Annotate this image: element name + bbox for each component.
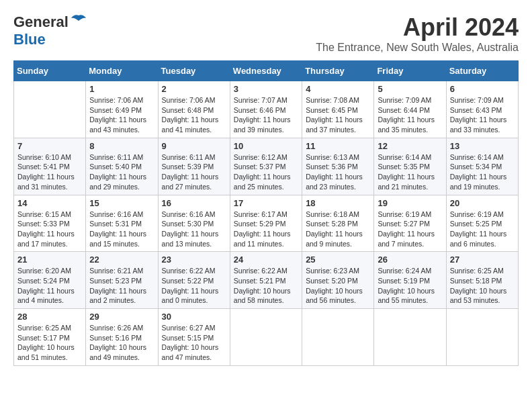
calendar-week-row: 14Sunrise: 6:15 AM Sunset: 5:33 PM Dayli… xyxy=(14,195,519,252)
day-info: Sunrise: 7:07 AM Sunset: 6:46 PM Dayligh… xyxy=(234,95,298,135)
day-number: 4 xyxy=(306,84,370,94)
calendar-week-row: 28Sunrise: 6:25 AM Sunset: 5:17 PM Dayli… xyxy=(14,309,519,366)
calendar-day-cell: 21Sunrise: 6:20 AM Sunset: 5:24 PM Dayli… xyxy=(14,252,86,309)
title-area: April 2024 The Entrance, New South Wales… xyxy=(316,13,519,54)
calendar-week-row: 7Sunrise: 6:10 AM Sunset: 5:41 PM Daylig… xyxy=(14,138,519,195)
day-info: Sunrise: 6:11 AM Sunset: 5:39 PM Dayligh… xyxy=(162,152,226,192)
day-info: Sunrise: 6:13 AM Sunset: 5:36 PM Dayligh… xyxy=(306,152,370,192)
day-number: 1 xyxy=(89,84,154,94)
day-number: 18 xyxy=(306,198,370,208)
day-info: Sunrise: 6:22 AM Sunset: 5:22 PM Dayligh… xyxy=(162,266,226,306)
calendar-day-cell xyxy=(446,309,518,366)
day-number: 21 xyxy=(17,255,82,265)
day-info: Sunrise: 7:09 AM Sunset: 6:44 PM Dayligh… xyxy=(378,95,442,135)
day-number: 9 xyxy=(162,141,226,151)
calendar-day-cell: 25Sunrise: 6:23 AM Sunset: 5:20 PM Dayli… xyxy=(302,252,374,309)
calendar-week-row: 1Sunrise: 7:06 AM Sunset: 6:49 PM Daylig… xyxy=(14,81,519,138)
weekday-header-cell: Tuesday xyxy=(158,61,230,81)
calendar-day-cell: 8Sunrise: 6:11 AM Sunset: 5:40 PM Daylig… xyxy=(86,138,158,195)
calendar-day-cell: 14Sunrise: 6:15 AM Sunset: 5:33 PM Dayli… xyxy=(14,195,86,252)
calendar-day-cell: 10Sunrise: 6:12 AM Sunset: 5:37 PM Dayli… xyxy=(230,138,302,195)
day-info: Sunrise: 6:22 AM Sunset: 5:21 PM Dayligh… xyxy=(234,266,298,306)
calendar-day-cell: 24Sunrise: 6:22 AM Sunset: 5:21 PM Dayli… xyxy=(230,252,302,309)
calendar-day-cell: 1Sunrise: 7:06 AM Sunset: 6:49 PM Daylig… xyxy=(86,81,158,138)
weekday-header-cell: Saturday xyxy=(446,61,518,81)
weekday-header-cell: Wednesday xyxy=(230,61,302,81)
day-number: 7 xyxy=(17,141,82,151)
day-number: 27 xyxy=(450,255,515,265)
calendar-day-cell: 20Sunrise: 6:19 AM Sunset: 5:25 PM Dayli… xyxy=(446,195,518,252)
day-info: Sunrise: 6:10 AM Sunset: 5:41 PM Dayligh… xyxy=(17,152,82,192)
day-info: Sunrise: 6:19 AM Sunset: 5:25 PM Dayligh… xyxy=(450,210,515,249)
calendar-day-cell: 22Sunrise: 6:21 AM Sunset: 5:23 PM Dayli… xyxy=(86,252,158,309)
weekday-header-cell: Thursday xyxy=(302,61,374,81)
calendar-day-cell: 26Sunrise: 6:24 AM Sunset: 5:19 PM Dayli… xyxy=(374,252,446,309)
day-number: 26 xyxy=(378,255,442,265)
page-header: General Blue April 2024 The Entrance, Ne… xyxy=(13,13,519,54)
day-info: Sunrise: 6:17 AM Sunset: 5:29 PM Dayligh… xyxy=(234,210,298,249)
day-info: Sunrise: 6:26 AM Sunset: 5:16 PM Dayligh… xyxy=(89,323,154,363)
day-info: Sunrise: 7:09 AM Sunset: 6:43 PM Dayligh… xyxy=(450,95,515,135)
day-info: Sunrise: 6:18 AM Sunset: 5:28 PM Dayligh… xyxy=(306,210,370,249)
calendar-day-cell: 4Sunrise: 7:08 AM Sunset: 6:45 PM Daylig… xyxy=(302,81,374,138)
logo: General Blue xyxy=(13,13,86,48)
day-number: 24 xyxy=(234,255,298,265)
day-number: 29 xyxy=(89,312,154,322)
calendar-day-cell: 16Sunrise: 6:16 AM Sunset: 5:30 PM Dayli… xyxy=(158,195,230,252)
calendar-day-cell: 19Sunrise: 6:19 AM Sunset: 5:27 PM Dayli… xyxy=(374,195,446,252)
weekday-header-cell: Friday xyxy=(374,61,446,81)
calendar-day-cell: 11Sunrise: 6:13 AM Sunset: 5:36 PM Dayli… xyxy=(302,138,374,195)
day-number: 11 xyxy=(306,141,370,151)
calendar-day-cell: 15Sunrise: 6:16 AM Sunset: 5:31 PM Dayli… xyxy=(86,195,158,252)
logo-general-text: General xyxy=(13,13,69,31)
day-number: 8 xyxy=(89,141,154,151)
day-info: Sunrise: 6:23 AM Sunset: 5:20 PM Dayligh… xyxy=(306,266,370,306)
calendar-body: 1Sunrise: 7:06 AM Sunset: 6:49 PM Daylig… xyxy=(14,81,519,366)
day-number: 3 xyxy=(234,84,298,94)
calendar-day-cell: 28Sunrise: 6:25 AM Sunset: 5:17 PM Dayli… xyxy=(14,309,86,366)
weekday-header-cell: Sunday xyxy=(14,61,86,81)
day-info: Sunrise: 6:20 AM Sunset: 5:24 PM Dayligh… xyxy=(17,266,82,306)
weekday-header-cell: Monday xyxy=(86,61,158,81)
day-number: 15 xyxy=(89,198,154,208)
day-number: 19 xyxy=(378,198,442,208)
day-number: 20 xyxy=(450,198,515,208)
day-number: 12 xyxy=(378,141,442,151)
day-info: Sunrise: 6:16 AM Sunset: 5:30 PM Dayligh… xyxy=(162,210,226,249)
day-info: Sunrise: 6:25 AM Sunset: 5:17 PM Dayligh… xyxy=(17,323,82,363)
calendar-day-cell xyxy=(374,309,446,366)
day-number: 25 xyxy=(306,255,370,265)
day-number: 28 xyxy=(17,312,82,322)
day-number: 10 xyxy=(234,141,298,151)
day-number: 16 xyxy=(162,198,226,208)
day-info: Sunrise: 6:16 AM Sunset: 5:31 PM Dayligh… xyxy=(89,210,154,249)
logo-blue-text: Blue xyxy=(13,31,46,48)
day-number: 2 xyxy=(162,84,226,94)
calendar-day-cell: 17Sunrise: 6:17 AM Sunset: 5:29 PM Dayli… xyxy=(230,195,302,252)
calendar-day-cell: 2Sunrise: 7:06 AM Sunset: 6:48 PM Daylig… xyxy=(158,81,230,138)
day-info: Sunrise: 6:11 AM Sunset: 5:40 PM Dayligh… xyxy=(89,152,154,192)
day-info: Sunrise: 7:06 AM Sunset: 6:49 PM Dayligh… xyxy=(89,95,154,135)
day-info: Sunrise: 6:15 AM Sunset: 5:33 PM Dayligh… xyxy=(17,210,82,249)
day-info: Sunrise: 6:14 AM Sunset: 5:34 PM Dayligh… xyxy=(450,152,515,192)
weekday-header-row: SundayMondayTuesdayWednesdayThursdayFrid… xyxy=(14,61,519,81)
day-number: 17 xyxy=(234,198,298,208)
calendar-day-cell xyxy=(302,309,374,366)
day-number: 14 xyxy=(17,198,82,208)
day-info: Sunrise: 6:25 AM Sunset: 5:18 PM Dayligh… xyxy=(450,266,515,306)
calendar-day-cell: 3Sunrise: 7:07 AM Sunset: 6:46 PM Daylig… xyxy=(230,81,302,138)
calendar-day-cell: 13Sunrise: 6:14 AM Sunset: 5:34 PM Dayli… xyxy=(446,138,518,195)
location-subtitle: The Entrance, New South Wales, Australia xyxy=(316,42,519,54)
logo-bird-icon xyxy=(71,14,86,30)
calendar-table: SundayMondayTuesdayWednesdayThursdayFrid… xyxy=(13,60,519,366)
day-info: Sunrise: 6:24 AM Sunset: 5:19 PM Dayligh… xyxy=(378,266,442,306)
day-info: Sunrise: 6:19 AM Sunset: 5:27 PM Dayligh… xyxy=(378,210,442,249)
calendar-day-cell xyxy=(230,309,302,366)
calendar-day-cell: 30Sunrise: 6:27 AM Sunset: 5:15 PM Dayli… xyxy=(158,309,230,366)
calendar-day-cell: 29Sunrise: 6:26 AM Sunset: 5:16 PM Dayli… xyxy=(86,309,158,366)
day-info: Sunrise: 6:27 AM Sunset: 5:15 PM Dayligh… xyxy=(162,323,226,363)
day-info: Sunrise: 7:06 AM Sunset: 6:48 PM Dayligh… xyxy=(162,95,226,135)
day-number: 13 xyxy=(450,141,515,151)
calendar-day-cell xyxy=(14,81,86,138)
calendar-day-cell: 12Sunrise: 6:14 AM Sunset: 5:35 PM Dayli… xyxy=(374,138,446,195)
